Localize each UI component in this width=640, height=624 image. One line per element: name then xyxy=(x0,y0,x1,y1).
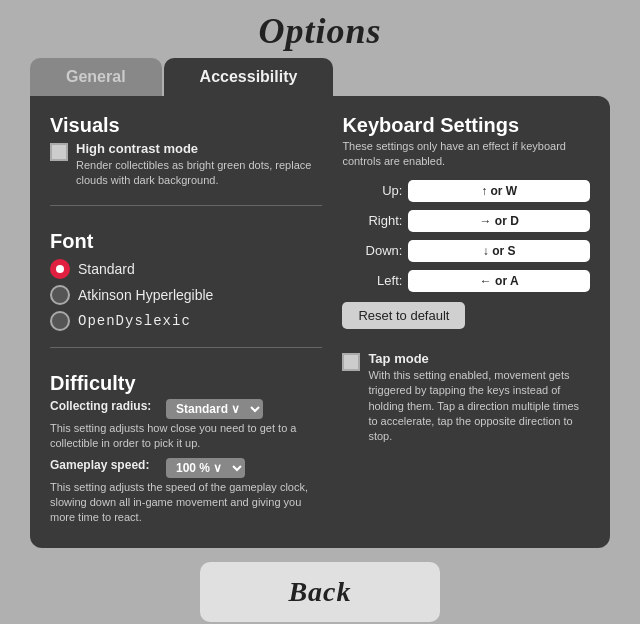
right-column: Keyboard Settings These settings only ha… xyxy=(342,114,590,532)
dir-right-keys: → or D xyxy=(408,210,590,232)
gameplay-speed-select[interactable]: 100 % ∨ xyxy=(166,458,245,478)
tap-mode-label: Tap mode xyxy=(368,351,590,366)
high-contrast-desc: Render collectibles as bright green dots… xyxy=(76,158,322,189)
visuals-section: Visuals High contrast mode Render collec… xyxy=(50,114,322,189)
dir-up-keys: ↑ or W xyxy=(408,180,590,202)
font-standard-label: Standard xyxy=(78,261,135,277)
difficulty-title: Difficulty xyxy=(50,372,322,395)
tab-general[interactable]: General xyxy=(30,58,162,96)
dir-down-label: Down: xyxy=(342,243,402,258)
dir-down-keys: ↓ or S xyxy=(408,240,590,262)
keyboard-section: Keyboard Settings These settings only ha… xyxy=(342,114,590,341)
high-contrast-label: High contrast mode xyxy=(76,141,322,156)
dir-left-keys: ← or A xyxy=(408,270,590,292)
font-section: Font Standard Atkinson Hyperlegible Open… xyxy=(50,230,322,331)
key-grid: Up: ↑ or W Right: → or D Down: ↓ or S Le… xyxy=(342,180,590,292)
collecting-radius-label: Collecting radius: xyxy=(50,399,160,413)
collecting-radius-row: Collecting radius: Standard ∨ xyxy=(50,399,322,419)
gameplay-speed-label: Gameplay speed: xyxy=(50,458,160,472)
collecting-radius-desc: This setting adjusts how close you need … xyxy=(50,421,322,452)
font-radio-group: Standard Atkinson Hyperlegible OpenDysle… xyxy=(50,259,322,331)
font-dyslexic-row[interactable]: OpenDyslexic xyxy=(50,311,322,331)
font-atkinson-label: Atkinson Hyperlegible xyxy=(78,287,213,303)
tap-mode-text: Tap mode With this setting enabled, move… xyxy=(368,351,590,445)
difficulty-section: Difficulty Collecting radius: Standard ∨… xyxy=(50,372,322,532)
font-title: Font xyxy=(50,230,322,253)
tap-mode-section: Tap mode With this setting enabled, move… xyxy=(342,351,590,445)
back-button[interactable]: Back xyxy=(200,562,440,622)
main-panel: Visuals High contrast mode Render collec… xyxy=(30,96,610,548)
keyboard-desc: These settings only have an effect if ke… xyxy=(342,139,590,170)
divider-1 xyxy=(50,205,322,206)
page-wrapper: Options General Accessibility Visuals Hi… xyxy=(0,0,640,624)
gameplay-speed-row: Gameplay speed: 100 % ∨ xyxy=(50,458,322,478)
font-dyslexic-radio[interactable] xyxy=(50,311,70,331)
divider-2 xyxy=(50,347,322,348)
font-dyslexic-label: OpenDyslexic xyxy=(78,313,191,329)
high-contrast-text: High contrast mode Render collectibles a… xyxy=(76,141,322,189)
tap-mode-row: Tap mode With this setting enabled, move… xyxy=(342,351,590,445)
collecting-radius-select[interactable]: Standard ∨ xyxy=(166,399,263,419)
high-contrast-row: High contrast mode Render collectibles a… xyxy=(50,141,322,189)
font-standard-row[interactable]: Standard xyxy=(50,259,322,279)
reset-default-button[interactable]: Reset to default xyxy=(342,302,465,329)
dir-left-label: Left: xyxy=(342,273,402,288)
page-title: Options xyxy=(258,10,381,52)
back-button-row: Back xyxy=(30,562,610,622)
tab-accessibility[interactable]: Accessibility xyxy=(164,58,334,96)
tap-mode-checkbox[interactable] xyxy=(342,353,360,371)
high-contrast-checkbox[interactable] xyxy=(50,143,68,161)
font-atkinson-row[interactable]: Atkinson Hyperlegible xyxy=(50,285,322,305)
font-atkinson-radio[interactable] xyxy=(50,285,70,305)
dir-up-label: Up: xyxy=(342,183,402,198)
keyboard-title: Keyboard Settings xyxy=(342,114,590,137)
visuals-title: Visuals xyxy=(50,114,322,137)
gameplay-speed-desc: This setting adjusts the speed of the ga… xyxy=(50,480,322,526)
tabs-row: General Accessibility xyxy=(30,58,610,96)
dir-right-label: Right: xyxy=(342,213,402,228)
left-column: Visuals High contrast mode Render collec… xyxy=(50,114,322,532)
font-standard-radio[interactable] xyxy=(50,259,70,279)
tap-mode-desc: With this setting enabled, movement gets… xyxy=(368,368,590,445)
